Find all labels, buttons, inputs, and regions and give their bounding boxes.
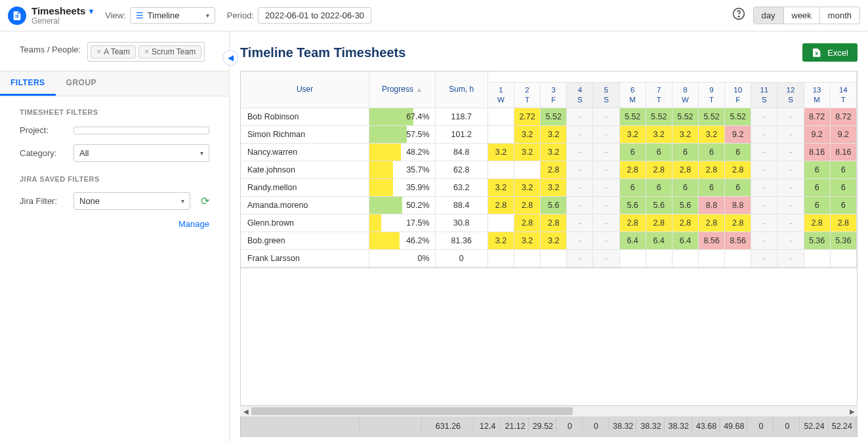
range-week[interactable]: week bbox=[784, 7, 820, 24]
day-cell[interactable] bbox=[487, 161, 514, 178]
day-cell[interactable]: 2.8 bbox=[830, 214, 856, 231]
day-cell[interactable]: 3.2 bbox=[514, 143, 541, 161]
day-cell[interactable]: 5.52 bbox=[646, 108, 672, 125]
day-cell[interactable]: 6 bbox=[725, 143, 751, 161]
collapse-sidebar-button[interactable]: ◀ bbox=[222, 50, 238, 66]
col-day[interactable]: 14T bbox=[830, 83, 856, 108]
day-cell[interactable]: 8.16 bbox=[830, 143, 856, 161]
period-input[interactable]: 2022-06-01 to 2022-06-30 bbox=[258, 7, 371, 24]
day-cell[interactable] bbox=[487, 108, 514, 125]
day-cell[interactable]: - bbox=[567, 125, 593, 143]
day-cell[interactable]: 3.2 bbox=[487, 178, 514, 196]
day-cell[interactable]: - bbox=[751, 231, 777, 249]
day-cell[interactable]: - bbox=[777, 108, 804, 125]
day-cell[interactable]: - bbox=[751, 108, 777, 125]
user-cell[interactable]: Bob Robinson bbox=[241, 108, 369, 125]
day-cell[interactable]: 3.2 bbox=[487, 143, 514, 161]
day-cell[interactable]: 2.8 bbox=[725, 161, 751, 178]
day-cell[interactable]: - bbox=[777, 231, 804, 249]
day-cell[interactable]: 5.52 bbox=[672, 108, 698, 125]
day-cell[interactable]: 6 bbox=[830, 161, 856, 178]
day-cell[interactable]: - bbox=[777, 214, 804, 231]
day-cell[interactable]: 8.8 bbox=[725, 196, 751, 214]
export-excel-button[interactable]: Excel bbox=[802, 43, 858, 62]
day-cell[interactable]: 2.8 bbox=[698, 161, 724, 178]
scroll-right-icon[interactable]: ▶ bbox=[846, 408, 858, 415]
day-cell[interactable]: - bbox=[751, 161, 777, 178]
col-day[interactable]: 8W bbox=[672, 83, 698, 108]
day-cell[interactable]: 3.2 bbox=[541, 125, 567, 143]
user-cell[interactable]: Amanda.moreno bbox=[241, 196, 369, 214]
user-cell[interactable]: Simon Richman bbox=[241, 125, 369, 143]
user-cell[interactable]: Frank Larsson bbox=[241, 249, 369, 267]
refresh-icon[interactable]: ⟳ bbox=[201, 195, 209, 207]
tab-group[interactable]: GROUP bbox=[56, 71, 108, 96]
close-icon[interactable]: × bbox=[96, 47, 101, 56]
col-day[interactable]: 1W bbox=[487, 83, 514, 108]
day-cell[interactable]: - bbox=[567, 249, 593, 267]
day-cell[interactable] bbox=[698, 249, 724, 267]
user-cell[interactable]: Glenn.brown bbox=[241, 214, 369, 231]
day-cell[interactable]: 3.2 bbox=[541, 231, 567, 249]
day-cell[interactable]: - bbox=[751, 249, 777, 267]
day-cell[interactable] bbox=[514, 161, 541, 178]
day-cell[interactable]: - bbox=[567, 143, 593, 161]
day-cell[interactable]: 8.72 bbox=[830, 108, 856, 125]
day-cell[interactable]: - bbox=[567, 214, 593, 231]
day-cell[interactable]: - bbox=[751, 143, 777, 161]
day-cell[interactable]: 6 bbox=[646, 178, 672, 196]
view-select[interactable]: ☰ Timeline ▾ bbox=[130, 7, 215, 24]
col-day[interactable]: 10F bbox=[725, 83, 751, 108]
day-cell[interactable] bbox=[487, 214, 514, 231]
day-cell[interactable]: 2.72 bbox=[514, 108, 541, 125]
day-cell[interactable]: 3.2 bbox=[672, 125, 698, 143]
day-cell[interactable]: - bbox=[777, 178, 804, 196]
tab-filters[interactable]: FILTERS bbox=[0, 71, 56, 96]
day-cell[interactable]: - bbox=[751, 178, 777, 196]
day-cell[interactable]: 2.8 bbox=[804, 214, 830, 231]
day-cell[interactable]: 8.56 bbox=[698, 231, 724, 249]
col-day[interactable]: 5S bbox=[593, 83, 619, 108]
day-cell[interactable]: 8.56 bbox=[725, 231, 751, 249]
day-cell[interactable]: 5.52 bbox=[619, 108, 646, 125]
day-cell[interactable]: 6 bbox=[804, 178, 830, 196]
day-cell[interactable]: 9.2 bbox=[830, 125, 856, 143]
day-cell[interactable]: 6 bbox=[830, 196, 856, 214]
day-cell[interactable]: - bbox=[777, 196, 804, 214]
day-cell[interactable]: 6 bbox=[830, 178, 856, 196]
day-cell[interactable]: 5.36 bbox=[804, 231, 830, 249]
day-cell[interactable]: 5.6 bbox=[541, 196, 567, 214]
day-cell[interactable]: 2.8 bbox=[541, 214, 567, 231]
team-chip[interactable]: ×A Team bbox=[91, 45, 136, 58]
day-cell[interactable]: - bbox=[567, 178, 593, 196]
day-cell[interactable]: 9.2 bbox=[804, 125, 830, 143]
day-cell[interactable]: - bbox=[751, 125, 777, 143]
day-cell[interactable]: 9.2 bbox=[725, 125, 751, 143]
day-cell[interactable]: 6 bbox=[619, 178, 646, 196]
day-cell[interactable]: 5.6 bbox=[619, 196, 646, 214]
day-cell[interactable]: 6.4 bbox=[619, 231, 646, 249]
day-cell[interactable]: 8.16 bbox=[804, 143, 830, 161]
col-day[interactable]: 2T bbox=[514, 83, 541, 108]
day-cell[interactable]: 2.8 bbox=[646, 161, 672, 178]
day-cell[interactable]: 6 bbox=[672, 143, 698, 161]
day-cell[interactable]: 6 bbox=[619, 143, 646, 161]
day-cell[interactable] bbox=[541, 249, 567, 267]
day-cell[interactable] bbox=[725, 249, 751, 267]
day-cell[interactable]: - bbox=[593, 125, 619, 143]
day-cell[interactable]: 5.52 bbox=[698, 108, 724, 125]
close-icon[interactable]: × bbox=[144, 47, 149, 56]
scrollbar-thumb[interactable] bbox=[251, 407, 573, 415]
day-cell[interactable]: 2.8 bbox=[672, 214, 698, 231]
day-cell[interactable]: 2.8 bbox=[514, 196, 541, 214]
day-cell[interactable]: 3.2 bbox=[514, 178, 541, 196]
day-cell[interactable]: 5.6 bbox=[646, 196, 672, 214]
day-cell[interactable]: - bbox=[777, 161, 804, 178]
day-cell[interactable]: 2.8 bbox=[619, 214, 646, 231]
day-cell[interactable]: 2.8 bbox=[672, 161, 698, 178]
day-cell[interactable]: - bbox=[593, 178, 619, 196]
col-day[interactable]: 12S bbox=[777, 83, 804, 108]
day-cell[interactable]: 2.8 bbox=[619, 161, 646, 178]
day-cell[interactable]: 5.52 bbox=[725, 108, 751, 125]
col-sum[interactable]: Sum, h bbox=[435, 71, 487, 108]
